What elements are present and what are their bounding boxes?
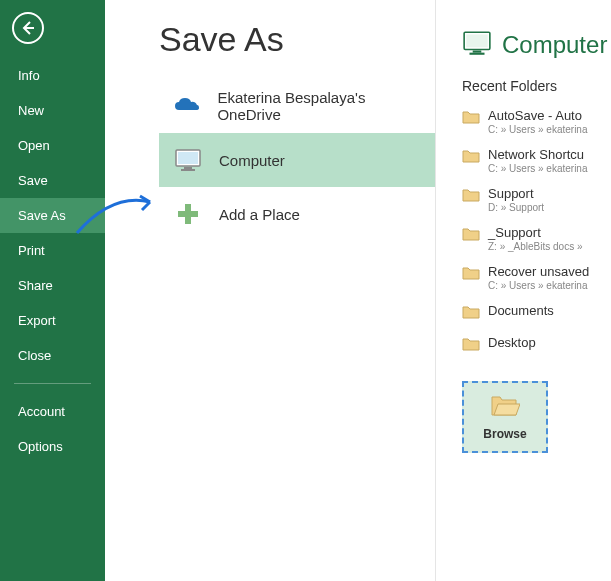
location-label: Add a Place	[219, 206, 300, 223]
svg-rect-8	[466, 34, 487, 47]
location-add-place[interactable]: Add a Place	[159, 187, 435, 241]
nav-label: Print	[18, 243, 45, 258]
nav-label: New	[18, 103, 44, 118]
backstage-sidebar: Info New Open Save Save As Print Share E…	[0, 0, 105, 581]
recent-folders-label: Recent Folders	[462, 78, 611, 94]
nav-label: Save As	[18, 208, 66, 223]
location-label: Computer	[219, 152, 285, 169]
folder-path: C: » Users » ekaterina	[488, 163, 588, 174]
computer-icon	[171, 143, 205, 177]
nav-label: Close	[18, 348, 51, 363]
recent-folders-list: AutoSave - AutoC: » Users » ekaterinaNet…	[462, 102, 611, 361]
folder-name: Documents	[488, 303, 554, 318]
folder-icon	[462, 266, 480, 284]
folder-path: D: » Support	[488, 202, 544, 213]
folder-path: C: » Users » ekaterina	[488, 124, 588, 135]
folder-name: Network Shortcu	[488, 147, 588, 162]
plus-icon	[171, 197, 205, 231]
folder-name: Support	[488, 186, 544, 201]
recent-folder-item[interactable]: Desktop	[462, 329, 611, 361]
arrow-left-icon	[20, 20, 36, 36]
nav-print[interactable]: Print	[0, 233, 105, 268]
folder-icon	[462, 337, 480, 355]
folder-icon	[462, 188, 480, 206]
nav-share[interactable]: Share	[0, 268, 105, 303]
folder-name: Desktop	[488, 335, 536, 350]
nav-account[interactable]: Account	[0, 394, 105, 429]
location-label: Ekaterina Bespalaya's OneDrive	[217, 89, 423, 123]
folder-path: Z: » _AbleBits docs »	[488, 241, 583, 252]
browse-button[interactable]: Browse	[462, 381, 548, 453]
folder-icon	[462, 149, 480, 167]
nav-save-as[interactable]: Save As	[0, 198, 105, 233]
nav-label: Account	[18, 404, 65, 419]
page-title: Save As	[159, 20, 435, 59]
nav-export[interactable]: Export	[0, 303, 105, 338]
recent-folder-item[interactable]: Documents	[462, 297, 611, 329]
svg-rect-2	[178, 152, 198, 164]
folder-open-icon	[490, 393, 520, 421]
recent-folder-item[interactable]: SupportD: » Support	[462, 180, 611, 219]
nav-label: Open	[18, 138, 50, 153]
computer-icon	[462, 30, 492, 60]
nav-info[interactable]: Info	[0, 58, 105, 93]
nav-options[interactable]: Options	[0, 429, 105, 464]
nav-label: Export	[18, 313, 56, 328]
nav-label: Save	[18, 173, 48, 188]
nav-open[interactable]: Open	[0, 128, 105, 163]
recent-folder-item[interactable]: Recover unsavedC: » Users » ekaterina	[462, 258, 611, 297]
nav-close[interactable]: Close	[0, 338, 105, 373]
folder-icon	[462, 305, 480, 323]
location-onedrive[interactable]: Ekaterina Bespalaya's OneDrive	[159, 79, 435, 133]
browse-label: Browse	[483, 427, 526, 441]
nav-label: Share	[18, 278, 53, 293]
svg-rect-10	[470, 53, 485, 55]
details-panel: Computer Recent Folders AutoSave - AutoC…	[435, 0, 611, 581]
folder-icon	[462, 110, 480, 128]
onedrive-icon	[171, 89, 203, 123]
folder-path: C: » Users » ekaterina	[488, 280, 589, 291]
folder-name: AutoSave - Auto	[488, 108, 588, 123]
svg-rect-6	[178, 211, 198, 217]
svg-rect-3	[184, 167, 192, 169]
recent-folder-item[interactable]: AutoSave - AutoC: » Users » ekaterina	[462, 102, 611, 141]
svg-rect-4	[181, 169, 195, 171]
svg-rect-9	[473, 51, 482, 53]
recent-folder-item[interactable]: _SupportZ: » _AbleBits docs »	[462, 219, 611, 258]
main-panel: Save As Ekaterina Bespalaya's OneDrive C…	[105, 0, 611, 581]
nav-divider	[14, 383, 91, 384]
folder-icon	[462, 227, 480, 245]
location-computer[interactable]: Computer	[159, 133, 435, 187]
details-title: Computer	[502, 31, 607, 59]
folder-name: Recover unsaved	[488, 264, 589, 279]
locations-panel: Save As Ekaterina Bespalaya's OneDrive C…	[105, 0, 435, 581]
details-header: Computer	[462, 30, 611, 60]
nav-label: Options	[18, 439, 63, 454]
back-button[interactable]	[12, 12, 44, 44]
recent-folder-item[interactable]: Network ShortcuC: » Users » ekaterina	[462, 141, 611, 180]
nav-label: Info	[18, 68, 40, 83]
nav-save[interactable]: Save	[0, 163, 105, 198]
nav-new[interactable]: New	[0, 93, 105, 128]
folder-name: _Support	[488, 225, 583, 240]
